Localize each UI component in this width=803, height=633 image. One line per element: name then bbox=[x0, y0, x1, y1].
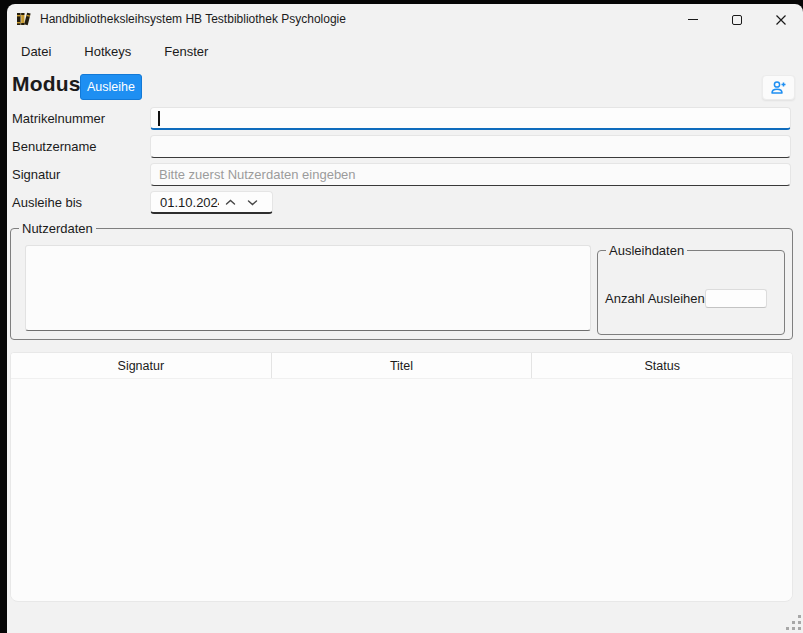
modus-heading: Modus bbox=[12, 72, 81, 96]
caption-buttons bbox=[671, 5, 803, 34]
menu-bar: Datei Hotkeys Fenster bbox=[18, 41, 211, 62]
menu-item-fenster[interactable]: Fenster bbox=[161, 42, 211, 61]
table-body bbox=[11, 379, 792, 600]
window-title: Handbibliotheksleihsystem HB Testbibliot… bbox=[40, 12, 346, 26]
nutzerdaten-textarea[interactable] bbox=[25, 245, 591, 331]
resize-grip-icon[interactable] bbox=[786, 615, 802, 631]
anzahl-ausleihen-input[interactable] bbox=[705, 289, 767, 308]
column-header-status[interactable]: Status bbox=[531, 353, 792, 378]
menu-item-hotkeys[interactable]: Hotkeys bbox=[81, 42, 134, 61]
benutzername-input[interactable] bbox=[150, 135, 791, 158]
date-decrement-button[interactable] bbox=[241, 193, 263, 212]
title-bar: Handbibliotheksleihsystem HB Testbibliot… bbox=[7, 4, 803, 34]
column-header-titel[interactable]: Titel bbox=[271, 353, 532, 378]
benutzername-label: Benutzername bbox=[12, 135, 144, 158]
column-header-signatur[interactable]: Signatur bbox=[11, 353, 271, 378]
ausleihe-bis-date-spinner[interactable] bbox=[150, 191, 273, 214]
text-caret bbox=[158, 111, 160, 126]
ausleihe-bis-date-input[interactable] bbox=[151, 195, 219, 210]
signatur-label: Signatur bbox=[12, 163, 144, 186]
maximize-icon bbox=[732, 15, 742, 25]
chevron-down-icon bbox=[247, 199, 258, 206]
signatur-input[interactable] bbox=[150, 163, 791, 186]
app-window: Handbibliotheksleihsystem HB Testbibliot… bbox=[7, 4, 803, 633]
add-user-button[interactable] bbox=[762, 75, 795, 100]
maximize-button[interactable] bbox=[715, 5, 759, 34]
matrikelnummer-label: Matrikelnummer bbox=[12, 107, 144, 130]
anzahl-ausleihen-label: Anzahl Ausleihen bbox=[605, 291, 705, 306]
close-button[interactable] bbox=[759, 5, 803, 34]
minimize-icon bbox=[688, 19, 698, 20]
chevron-up-icon bbox=[225, 199, 236, 206]
minimize-button[interactable] bbox=[671, 5, 715, 34]
nutzerdaten-group-title: Nutzerdaten bbox=[19, 221, 96, 236]
books-icon[interactable] bbox=[16, 11, 32, 27]
ausleihe-bis-label: Ausleihe bis bbox=[12, 191, 144, 214]
matrikelnummer-input[interactable] bbox=[150, 107, 791, 130]
person-plus-icon bbox=[770, 80, 787, 95]
ausleihdaten-group-title: Ausleihdaten bbox=[606, 243, 687, 258]
screen: Handbibliotheksleihsystem HB Testbibliot… bbox=[0, 0, 803, 633]
table-header-row: Signatur Titel Status bbox=[11, 353, 792, 379]
date-increment-button[interactable] bbox=[219, 193, 241, 212]
close-icon bbox=[775, 14, 787, 26]
menu-item-datei[interactable]: Datei bbox=[18, 42, 54, 61]
loans-table: Signatur Titel Status bbox=[10, 352, 793, 602]
ausleihe-mode-button[interactable]: Ausleihe bbox=[80, 74, 142, 100]
